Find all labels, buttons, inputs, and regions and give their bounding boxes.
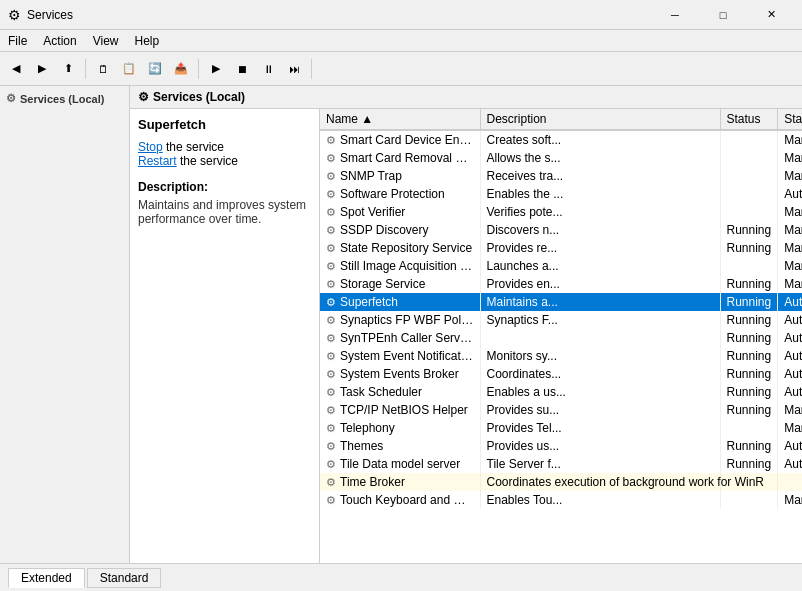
start-service-btn[interactable]: ▶: [204, 57, 228, 81]
forward-button[interactable]: ▶: [30, 57, 54, 81]
service-startup-cell: Automatic: [778, 311, 802, 329]
separator-1: [85, 59, 86, 79]
service-status-cell: [720, 185, 778, 203]
tab-extended[interactable]: Extended: [8, 568, 85, 588]
close-button[interactable]: ✕: [748, 0, 794, 30]
service-gear-icon: ⚙: [326, 422, 336, 434]
service-startup-cell: Automatic: [778, 383, 802, 401]
service-status-cell: Running: [720, 365, 778, 383]
table-row[interactable]: ⚙SynTPEnh Caller ServiceRunningAutomatic…: [320, 329, 802, 347]
col-header-name[interactable]: Name ▲: [320, 109, 480, 130]
service-status-cell: Running: [720, 437, 778, 455]
table-row[interactable]: ⚙Task SchedulerEnables a us...RunningAut…: [320, 383, 802, 401]
show-hide-btn[interactable]: 🗒: [91, 57, 115, 81]
service-status-cell: [720, 130, 778, 149]
service-gear-icon: ⚙: [326, 242, 336, 254]
table-row[interactable]: ⚙Synaptics FP WBF Policy Ser...Synaptics…: [320, 311, 802, 329]
service-name-cell: ⚙SSDP Discovery: [320, 221, 480, 239]
refresh-btn[interactable]: 🔄: [143, 57, 167, 81]
service-name-cell: ⚙System Events Broker: [320, 365, 480, 383]
service-name-cell: ⚙Smart Card Removal Policy: [320, 149, 480, 167]
service-gear-icon: ⚙: [326, 224, 336, 236]
table-row[interactable]: ⚙Touch Keyboard and Hand...Enables Tou..…: [320, 491, 802, 509]
service-status-cell: [720, 203, 778, 221]
tree-icon: ⚙: [6, 92, 16, 105]
table-row[interactable]: ⚙Smart Card Device Enumera...Creates sof…: [320, 130, 802, 149]
service-status-cell: Running: [720, 329, 778, 347]
services-header: ⚙ Services (Local): [130, 86, 802, 109]
service-gear-icon: ⚙: [326, 314, 336, 326]
service-name-cell: ⚙State Repository Service: [320, 239, 480, 257]
col-header-startup[interactable]: Startup Type: [778, 109, 802, 130]
table-row[interactable]: ⚙Storage ServiceProvides en...RunningMan…: [320, 275, 802, 293]
service-desc-cell: Synaptics F...: [480, 311, 720, 329]
menu-view[interactable]: View: [85, 32, 127, 50]
services-table-container[interactable]: Name ▲ Description Status Startup Type L…: [320, 109, 802, 563]
table-row[interactable]: ⚙State Repository ServiceProvides re...R…: [320, 239, 802, 257]
service-desc-cell: Tile Server f...: [480, 455, 720, 473]
service-gear-icon: ⚙: [326, 368, 336, 380]
table-row[interactable]: ⚙TCP/IP NetBIOS HelperProvides su...Runn…: [320, 401, 802, 419]
service-gear-icon: ⚙: [326, 350, 336, 362]
service-desc-cell: Creates soft...: [480, 130, 720, 149]
tab-standard[interactable]: Standard: [87, 568, 162, 588]
table-row[interactable]: ⚙TelephonyProvides Tel...ManualNet...: [320, 419, 802, 437]
col-header-status[interactable]: Status: [720, 109, 778, 130]
service-desc-cell: Enables the ...: [480, 185, 720, 203]
menu-help[interactable]: Help: [127, 32, 168, 50]
menu-bar: File Action View Help: [0, 30, 802, 52]
restart-service-link[interactable]: Restart: [138, 154, 177, 168]
table-row[interactable]: ⚙Software ProtectionEnables the ...Autom…: [320, 185, 802, 203]
stop-suffix: the service: [163, 140, 224, 154]
stop-service-link[interactable]: Stop: [138, 140, 163, 154]
menu-file[interactable]: File: [0, 32, 35, 50]
service-gear-icon: ⚙: [326, 296, 336, 308]
restart-service-btn[interactable]: ⏭: [282, 57, 306, 81]
back-button[interactable]: ◀: [4, 57, 28, 81]
maximize-button[interactable]: □: [700, 0, 746, 30]
table-row[interactable]: ⚙System Events BrokerCoordinates...Runni…: [320, 365, 802, 383]
service-desc-cell: Allows the s...: [480, 149, 720, 167]
col-header-desc[interactable]: Description: [480, 109, 720, 130]
table-row[interactable]: ⚙SNMP TrapReceives tra...ManualLoc...: [320, 167, 802, 185]
service-name-cell: ⚙Tile Data model server: [320, 455, 480, 473]
separator-2: [198, 59, 199, 79]
table-row[interactable]: ⚙System Event Notification S...Monitors …: [320, 347, 802, 365]
right-panel: ⚙ Services (Local) Superfetch Stop the s…: [130, 86, 802, 563]
menu-action[interactable]: Action: [35, 32, 84, 50]
service-gear-icon: ⚙: [326, 152, 336, 164]
service-startup-cell: Manual (Trig...: [778, 275, 802, 293]
app-icon: ⚙: [8, 7, 21, 23]
main-container: ⚙ Services (Local) ⚙ Services (Local) Su…: [0, 86, 802, 563]
service-title: Superfetch: [138, 117, 311, 132]
service-startup-cell: Manual: [778, 149, 802, 167]
table-row[interactable]: ⚙Tile Data model serverTile Server f...R…: [320, 455, 802, 473]
table-header-row: Name ▲ Description Status Startup Type L…: [320, 109, 802, 130]
table-row[interactable]: ⚙Spot VerifierVerifies pote...Manual (Tr…: [320, 203, 802, 221]
table-row[interactable]: ⚙Time BrokerCoordinates execution of bac…: [320, 473, 802, 491]
table-row[interactable]: ⚙SuperfetchMaintains a...RunningAutomati…: [320, 293, 802, 311]
service-desc-cell: Provides us...: [480, 437, 720, 455]
pause-service-btn[interactable]: ⏸: [256, 57, 280, 81]
service-startup-cell: Manual (Trig...: [778, 130, 802, 149]
service-desc-cell: Coordinates execution of background work…: [480, 473, 720, 491]
left-panel-label: Services (Local): [20, 93, 104, 105]
service-status-cell: [720, 257, 778, 275]
service-startup-cell: Manual: [778, 221, 802, 239]
minimize-button[interactable]: ─: [652, 0, 698, 30]
service-startup-cell: [778, 473, 802, 491]
service-name-cell: ⚙Themes: [320, 437, 480, 455]
up-button[interactable]: ⬆: [56, 57, 80, 81]
export-btn[interactable]: 📤: [169, 57, 193, 81]
properties-btn[interactable]: 📋: [117, 57, 141, 81]
service-desc-cell: [480, 329, 720, 347]
left-panel-header: ⚙ Services (Local): [4, 90, 125, 107]
service-name-cell: ⚙TCP/IP NetBIOS Helper: [320, 401, 480, 419]
table-row[interactable]: ⚙Smart Card Removal PolicyAllows the s..…: [320, 149, 802, 167]
table-row[interactable]: ⚙SSDP DiscoveryDiscovers n...RunningManu…: [320, 221, 802, 239]
stop-service-btn[interactable]: ⏹: [230, 57, 254, 81]
service-startup-cell: Manual (Trig...: [778, 203, 802, 221]
table-row[interactable]: ⚙Still Image Acquisition EventsLaunches …: [320, 257, 802, 275]
table-row[interactable]: ⚙ThemesProvides us...RunningAutomaticLoc…: [320, 437, 802, 455]
service-status-cell: [720, 149, 778, 167]
